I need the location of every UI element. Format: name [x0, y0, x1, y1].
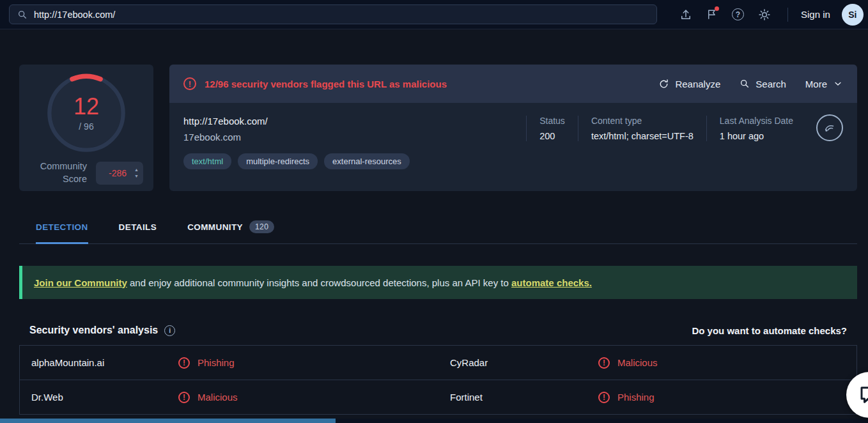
report-url[interactable]: http://17ebook.com/ — [183, 116, 268, 127]
url-input[interactable] — [34, 10, 649, 20]
vendor-name: CyRadar — [438, 357, 587, 368]
vendor-verdict: ! Malicious — [587, 357, 856, 369]
vendor-verdict: ! Phishing — [167, 357, 438, 369]
vendor-verdict: ! Malicious — [167, 392, 438, 403]
topbar-actions: ? Sign in Si — [672, 4, 853, 26]
tag-chip[interactable]: text/html — [183, 153, 231, 169]
search-similar-button[interactable]: Search — [740, 79, 786, 89]
detection-gauge: 12 / 96 — [45, 72, 127, 154]
automate-checks-prompt: Do you want to automate checks? — [692, 325, 847, 336]
community-score-stepper[interactable]: -286 ▲ ▼ — [96, 162, 143, 185]
flagged-message: 12/96 security vendors flagged this URL … — [205, 79, 447, 89]
report-domain[interactable]: 17ebook.com — [183, 132, 268, 142]
help-icon[interactable]: ? — [725, 8, 751, 20]
more-button[interactable]: More — [805, 79, 843, 89]
vendor-verdict: ! Phishing — [587, 392, 856, 403]
search-icon — [740, 79, 750, 89]
gauge-score-value: 12 — [74, 95, 99, 118]
stepper-up-icon[interactable]: ▲ — [134, 167, 139, 172]
tags-row: text/html multiple-redirects external-re… — [169, 142, 857, 169]
vt-augment-icon[interactable] — [816, 114, 843, 141]
search-icon — [17, 10, 27, 20]
last-analysis-column: Last Analysis Date 1 hour ago — [706, 116, 806, 141]
table-row: alphaMountain.ai ! Phishing CyRadar ! Ma… — [20, 346, 856, 380]
community-score-label: Community Score — [40, 160, 87, 185]
reanalyze-button[interactable]: Reanalyze — [658, 79, 720, 89]
vendor-name: Dr.Web — [20, 392, 167, 403]
automate-checks-link[interactable]: automate checks. — [511, 277, 592, 288]
analysis-header: Security vendors' analysis i Do you want… — [19, 325, 857, 336]
community-score-value: -286 — [101, 168, 134, 178]
status-column: Status 200 — [526, 116, 578, 141]
help-glyph: ? — [732, 8, 744, 20]
vendor-analysis-table: alphaMountain.ai ! Phishing CyRadar ! Ma… — [19, 345, 857, 415]
alert-icon: ! — [598, 357, 610, 369]
community-banner: Join our Community and enjoy additional … — [19, 266, 857, 299]
url-block: http://17ebook.com/ 17ebook.com — [183, 116, 268, 142]
sign-in-link[interactable]: Sign in — [801, 9, 830, 20]
tab-community[interactable]: COMMUNITY 120 — [187, 214, 274, 244]
tag-chip[interactable]: multiple-redirects — [238, 153, 318, 169]
url-report-card: ! 12/96 security vendors flagged this UR… — [169, 65, 857, 191]
topbar: ? Sign in Si — [0, 0, 868, 29]
sign-up-button[interactable]: Si — [842, 4, 864, 26]
gauge-score-total: / 96 — [79, 121, 93, 132]
status-value: 200 — [539, 131, 565, 141]
info-icon[interactable]: i — [164, 325, 175, 336]
stepper-down-icon[interactable]: ▼ — [134, 174, 139, 178]
tab-detection[interactable]: DETECTION — [36, 214, 88, 244]
join-community-link[interactable]: Join our Community — [34, 277, 127, 288]
vendor-name: Fortinet — [438, 392, 587, 403]
upload-icon[interactable] — [672, 8, 699, 21]
vendor-name: alphaMountain.ai — [20, 357, 167, 368]
community-score-card: 12 / 96 Community Score -286 ▲ ▼ — [19, 65, 153, 191]
alert-icon: ! — [178, 392, 190, 403]
content-type-column: Content type text/html; charset=UTF-8 — [578, 116, 706, 141]
reanalyze-icon — [658, 79, 669, 89]
alert-icon: ! — [178, 357, 190, 369]
analysis-title: Security vendors' analysis — [29, 325, 158, 336]
report-header: ! 12/96 security vendors flagged this UR… — [169, 65, 857, 103]
topbar-divider — [787, 8, 788, 22]
last-analysis-value: 1 hour ago — [720, 131, 793, 141]
tab-details[interactable]: DETAILS — [119, 214, 157, 244]
tag-chip[interactable]: external-resources — [324, 153, 410, 169]
notification-dot — [715, 6, 719, 11]
community-count-badge: 120 — [249, 220, 274, 233]
banner-text: and enjoy additional community insights … — [127, 277, 511, 288]
report-tabs: DETECTION DETAILS COMMUNITY 120 — [19, 214, 857, 244]
alert-icon: ! — [598, 392, 610, 403]
alert-icon: ! — [183, 77, 196, 90]
chat-bubble-icon — [858, 383, 868, 406]
chevron-down-icon — [833, 79, 843, 89]
horizontal-scrollbar-thumb[interactable] — [0, 419, 336, 423]
table-row: Dr.Web ! Malicious Fortinet ! Phishing — [20, 380, 856, 415]
notifications-flag-icon[interactable] — [699, 8, 725, 20]
theme-sun-icon[interactable] — [751, 8, 777, 21]
main-content: 12 / 96 Community Score -286 ▲ ▼ — [0, 29, 868, 415]
url-search-box[interactable] — [9, 4, 657, 24]
content-type-value: text/html; charset=UTF-8 — [591, 131, 694, 141]
